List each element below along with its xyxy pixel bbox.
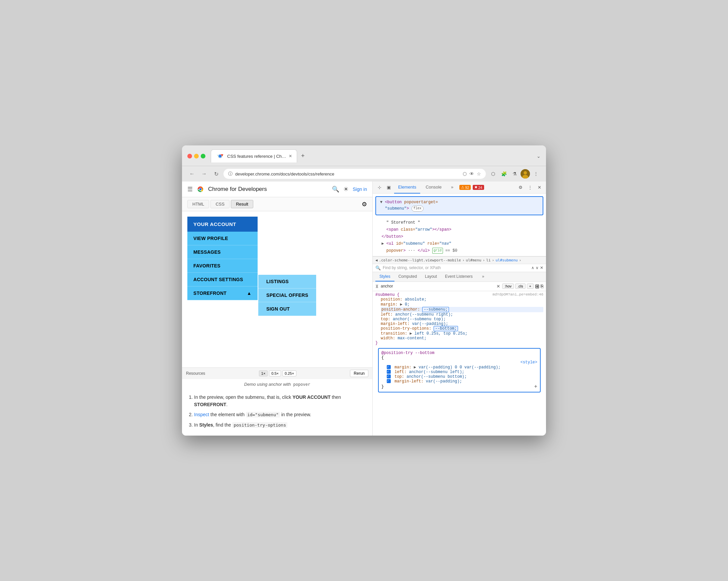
breadcrumb-li[interactable]: li — [486, 258, 491, 262]
tab-chevron-icon[interactable]: ⌄ — [537, 154, 541, 159]
css-properties: position: absolute; margin: ▶ 0; positio… — [375, 297, 543, 341]
styles-tab-more[interactable]: » — [478, 272, 489, 281]
star-icon[interactable]: ☆ — [477, 171, 481, 176]
pos-try-selector: @position-try --bottom — [382, 351, 434, 355]
hamburger-icon[interactable]: ☰ — [187, 186, 193, 193]
warning-icon: ⚠ — [461, 185, 464, 190]
filter-text[interactable]: anchor — [381, 284, 494, 288]
styles-tab-event-listeners[interactable]: Event Listeners — [441, 272, 477, 281]
tab-more[interactable]: » — [447, 182, 457, 194]
tab-css[interactable]: CSS — [210, 200, 230, 208]
menu-item-account-settings[interactable]: ACCOUNT SETTINGS — [187, 273, 258, 286]
sign-in-button[interactable]: Sign in — [353, 187, 367, 192]
resources-label: Resources — [186, 371, 205, 376]
breadcrumb-ul-menu[interactable]: ul#menu — [466, 258, 481, 262]
breadcrumb-color-scheme[interactable]: .color-scheme--light.viewport--mobile — [379, 258, 461, 262]
avatar[interactable] — [521, 169, 530, 178]
breadcrumb-ul-submenu[interactable]: ul#submenu — [495, 258, 518, 262]
element-selector-icon[interactable]: ⊹ — [375, 184, 383, 192]
new-tab-button[interactable]: + — [298, 151, 308, 161]
rerun-button[interactable]: Rerun — [350, 370, 368, 377]
tab-html[interactable]: HTML — [187, 200, 209, 208]
account-menu: YOUR ACCOUNT VIEW PROFILE MESSAGES FAVOR… — [187, 217, 258, 300]
add-style-btn[interactable]: + — [527, 283, 534, 289]
html-line-1: ▼ <button popovertarget= "submenu"> flex — [379, 199, 540, 213]
styles-tab-styles[interactable]: Styles — [375, 272, 394, 281]
tab-elements[interactable]: Elements — [394, 182, 420, 194]
search-icon[interactable]: 🔍 — [332, 186, 339, 193]
css-rule-submenu: mdYdpOM?ani…pe=embed:46 #submenu { posit… — [375, 293, 543, 345]
filter-buttons: :hov .cls + ⊞ ⎘ — [502, 283, 543, 289]
css-prop-position-anchor: position-anchor: --submenu; — [381, 307, 543, 312]
main-content: ☰ Chrome for Developers 🔍 ☀ — [182, 182, 546, 436]
pos-try-prop-margin-left: margin-left: var(--padding); — [387, 379, 537, 384]
cast-toolbar-icon[interactable]: ⬡ — [489, 169, 498, 178]
style-tag-ref[interactable]: <style> — [521, 360, 537, 365]
filter-clear-icon[interactable]: ✕ — [496, 284, 500, 289]
css-file-ref: mdYdpOM?ani…pe=embed:46 — [492, 293, 543, 297]
search-close-icon[interactable]: ✕ — [540, 266, 543, 270]
breadcrumb-arrow-icon[interactable]: ◀ — [375, 258, 378, 262]
scale-05x[interactable]: 0.5× — [269, 370, 281, 377]
filter-icon: ⊻ — [375, 284, 379, 289]
submenu-item-listings[interactable]: LISTINGS — [258, 275, 316, 288]
devtools-header-right: ⚙ ⋮ ✕ — [517, 184, 543, 192]
html-line-3: <span class="arrow"></span> — [375, 226, 543, 233]
toolbar-icons: ⬡ 🧩 ⚗ ⋮ — [489, 169, 541, 178]
close-devtools-icon[interactable]: ✕ — [535, 184, 543, 192]
beaker-icon[interactable]: ⚗ — [510, 169, 519, 178]
browser-tab[interactable]: CSS features reference | Ch… ✕ — [211, 149, 297, 163]
settings-icon[interactable]: ⚙ — [517, 184, 525, 192]
css-prop-margin-left: margin-left: var(--padding); — [381, 322, 543, 326]
settings-icon[interactable]: ⚙ — [362, 200, 367, 208]
devtools-more-icon[interactable]: ⋮ — [526, 184, 534, 192]
search-input[interactable] — [383, 266, 529, 270]
menu-item-storefront[interactable]: STOREFRONT ▲ — [187, 286, 258, 300]
back-button[interactable]: ← — [187, 169, 197, 178]
demo-bottom-bar: Resources 1× 0.5× 0.25× Rerun — [182, 367, 372, 379]
add-rule-icon[interactable]: + — [534, 384, 537, 390]
tab-result[interactable]: Result — [231, 200, 253, 208]
pos-try-footer: } + — [382, 384, 537, 390]
styles-tab-layout[interactable]: Layout — [421, 272, 441, 281]
menu-icon[interactable]: ⋮ — [531, 169, 541, 178]
filter-bar: ⊻ anchor ✕ :hov .cls + ⊞ ⎘ — [373, 282, 546, 291]
address-bar[interactable]: ⓘ developer.chrome.com/docs/devtools/css… — [224, 169, 486, 179]
close-button[interactable] — [187, 154, 192, 159]
menu-item-messages[interactable]: MESSAGES — [187, 245, 258, 259]
tab-console[interactable]: Console — [421, 182, 446, 194]
css-prop-left: left: anchor(--submenu right); — [381, 312, 543, 317]
pos-try-file: <style> — [382, 360, 537, 365]
device-toolbar-icon[interactable]: ▣ — [385, 184, 393, 192]
cast-icon[interactable]: ⬡ — [463, 171, 467, 176]
eye-off-icon[interactable]: 👁 — [469, 171, 474, 176]
scale-1x[interactable]: 1× — [259, 370, 268, 377]
brightness-icon[interactable]: ☀ — [343, 186, 348, 193]
scale-025x[interactable]: 0.25× — [282, 370, 296, 377]
hover-filter-btn[interactable]: :hov — [502, 283, 514, 289]
menu-header[interactable]: YOUR ACCOUNT — [187, 217, 258, 232]
submenu-item-sign-out[interactable]: SIGN OUT — [258, 302, 316, 316]
menu-item-favorites[interactable]: FAVORITES — [187, 259, 258, 273]
maximize-button[interactable] — [201, 154, 205, 159]
menu-item-view-profile[interactable]: VIEW PROFILE — [187, 232, 258, 245]
extensions-icon[interactable]: 🧩 — [499, 169, 509, 178]
position-try-block: @position-try --bottom { <style> margin:… — [378, 348, 541, 392]
submenu-item-special-offers[interactable]: SPECIAL OFFERS — [258, 288, 316, 302]
devtools-header: ⊹ ▣ Elements Console » ⚠ 92 ✖ 24 ⚙ ⋮ ✕ — [373, 182, 546, 194]
error-icon: ✖ — [474, 185, 477, 190]
refresh-button[interactable]: ↻ — [211, 169, 221, 178]
copy-styles-icon[interactable]: ⎘ — [541, 283, 543, 289]
minimize-button[interactable] — [194, 154, 199, 159]
styles-tab-computed[interactable]: Computed — [394, 272, 421, 281]
tab-close-icon[interactable]: ✕ — [289, 154, 292, 159]
search-down-icon[interactable]: ∨ — [536, 266, 539, 270]
site-title: Chrome for Developers — [208, 186, 267, 193]
pos-try-properties: margin: ▶ var(--padding) 0 0 var(--paddi… — [382, 365, 537, 384]
svg-point-3 — [219, 155, 221, 157]
forward-button[interactable]: → — [200, 169, 209, 178]
class-filter-btn[interactable]: .cls — [515, 283, 526, 289]
search-up-icon[interactable]: ∧ — [531, 266, 534, 270]
new-style-icon[interactable]: ⊞ — [535, 283, 539, 289]
inspect-link[interactable]: Inspect — [194, 412, 209, 417]
